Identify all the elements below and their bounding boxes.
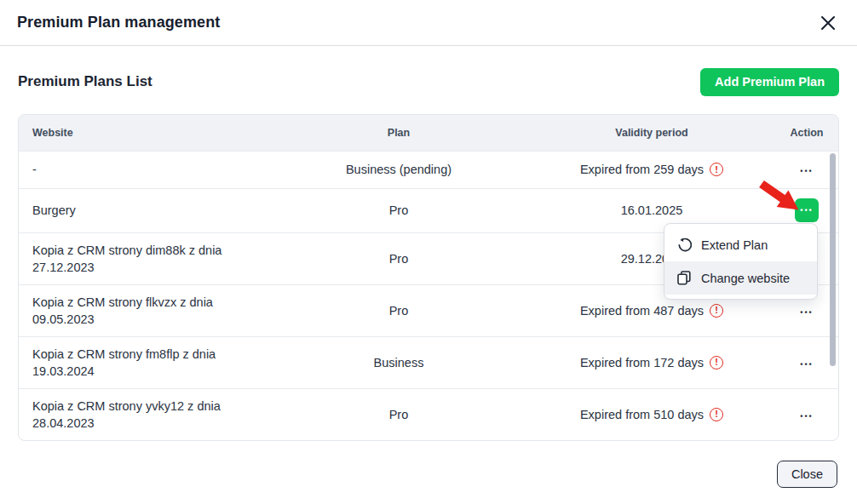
add-premium-plan-button[interactable]: Add Premium Plan [700, 68, 839, 96]
close-button[interactable]: Close [777, 461, 837, 488]
website-cell: Kopia z CRM strony fm8flp z dnia 19.03.2… [32, 346, 245, 380]
page-title: Premium Plans List [18, 73, 152, 90]
modal-title: Premium Plan management [17, 14, 220, 32]
column-header-plan: Plan [267, 115, 531, 151]
website-cell: - [32, 161, 245, 178]
table-header: Website Plan Validity period Action [19, 115, 839, 151]
row-actions-menu-button[interactable]: ••• [800, 167, 813, 175]
validity-cell: Expired from 487 days [580, 302, 704, 319]
validity-cell: Expired from 510 days [580, 406, 704, 423]
premium-plan-modal: Premium Plan management Premium Plans Li… [0, 0, 857, 504]
row-actions-menu-button-active[interactable]: ••• [795, 198, 819, 222]
plan-cell: Pro [267, 388, 531, 440]
plan-cell: Pro [267, 232, 531, 284]
row-actions-dropdown: Extend Plan Change website [664, 223, 818, 300]
table-row: - Business (pending) Expired from 259 da… [19, 151, 839, 188]
table-row: Kopia z CRM strony fm8flp z dnia 19.03.2… [19, 336, 839, 388]
website-cell: Burgery [32, 202, 245, 219]
column-header-website: Website [19, 115, 267, 151]
menu-item-extend-plan[interactable]: Extend Plan [664, 228, 817, 261]
column-header-action: Action [773, 115, 839, 151]
change-website-icon [676, 271, 692, 285]
row-actions-menu-button[interactable]: ••• [800, 308, 813, 317]
menu-item-label: Change website [701, 272, 790, 285]
column-header-validity: Validity period [531, 115, 773, 151]
expired-warning-icon: ! [710, 356, 723, 369]
validity-cell: Expired from 172 days [580, 354, 704, 371]
table-scrollbar-thumb[interactable] [830, 153, 836, 366]
x-icon [820, 15, 836, 31]
plan-cell: Pro [267, 284, 531, 336]
table-row: Kopia z CRM strony yvky12 z dnia 28.04.2… [19, 388, 839, 440]
plan-cell: Business (pending) [267, 151, 531, 188]
plan-cell: Pro [267, 188, 531, 232]
expired-warning-icon: ! [710, 408, 723, 421]
expired-warning-icon: ! [710, 304, 723, 318]
row-actions-menu-button[interactable]: ••• [800, 360, 813, 369]
extend-plan-icon [676, 238, 692, 252]
list-header: Premium Plans List Add Premium Plan [18, 67, 839, 96]
menu-item-label: Extend Plan [701, 238, 768, 252]
row-actions-menu-button[interactable]: ••• [800, 412, 813, 421]
close-icon[interactable] [818, 13, 838, 33]
validity-cell: Expired from 259 days [580, 161, 704, 178]
modal-header: Premium Plan management [0, 0, 857, 46]
menu-item-change-website[interactable]: Change website [664, 261, 817, 295]
website-cell: Kopia z CRM strony flkvzx z dnia 09.05.2… [32, 294, 245, 328]
plan-cell: Business [267, 336, 531, 388]
website-cell: Kopia z CRM strony yvky12 z dnia 28.04.2… [32, 398, 245, 432]
expired-warning-icon: ! [710, 163, 723, 176]
modal-footer: Close [777, 461, 837, 488]
website-cell: Kopia z CRM strony dim88k z dnia 27.12.2… [32, 242, 245, 276]
